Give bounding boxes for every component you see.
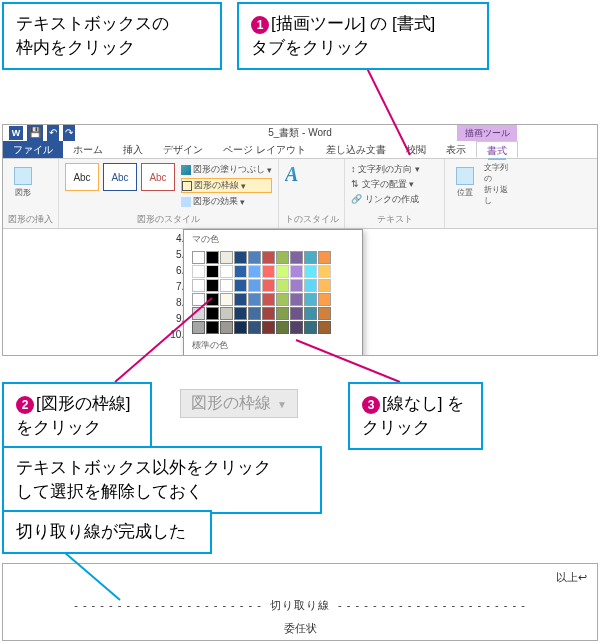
color-swatch[interactable] [248, 321, 261, 334]
color-swatch[interactable] [262, 251, 275, 264]
color-swatch[interactable] [262, 307, 275, 320]
color-swatch[interactable] [290, 321, 303, 334]
color-swatch[interactable] [234, 321, 247, 334]
color-swatch[interactable] [276, 251, 289, 264]
tab-design[interactable]: デザイン [153, 141, 213, 158]
color-swatch[interactable] [192, 307, 205, 320]
tab-review[interactable]: 校閲 [396, 141, 436, 158]
color-swatch[interactable] [206, 321, 219, 334]
color-swatch[interactable] [248, 307, 261, 320]
color-swatch[interactable] [290, 279, 303, 292]
style-sample[interactable]: Abc [141, 163, 175, 191]
standard-color-row[interactable] [184, 355, 362, 356]
color-swatch[interactable] [234, 251, 247, 264]
color-swatch[interactable] [318, 293, 331, 306]
color-swatch[interactable] [220, 293, 233, 306]
qat-redo-icon[interactable]: ↷ [63, 125, 75, 141]
qat-save-icon[interactable]: 💾 [27, 125, 43, 141]
color-swatch[interactable] [262, 321, 275, 334]
color-swatch[interactable] [318, 307, 331, 320]
color-swatch[interactable] [304, 293, 317, 306]
tab-insert[interactable]: 挿入 [113, 141, 153, 158]
tab-format[interactable]: 書式 [476, 141, 518, 158]
qat-undo-icon[interactable]: ↶ [47, 125, 59, 141]
tab-home[interactable]: ホーム [63, 141, 113, 158]
color-swatch[interactable] [206, 293, 219, 306]
shape-effects-button[interactable]: 図形の効果 ▾ [181, 195, 272, 208]
wordart-sample-icon[interactable]: A [285, 163, 338, 186]
color-swatch[interactable] [262, 279, 275, 292]
tab-references[interactable]: 差し込み文書 [316, 141, 396, 158]
color-swatch[interactable] [318, 321, 331, 334]
step-number-1: 1 [251, 16, 269, 34]
ribbon-group-text: ↕ 文字列の方向 ▾ ⇅ 文字の配置 ▾ 🔗 リンクの作成 テキスト [345, 159, 445, 228]
color-swatch[interactable] [304, 279, 317, 292]
color-swatch[interactable] [304, 265, 317, 278]
color-swatch[interactable] [304, 321, 317, 334]
color-swatch[interactable] [276, 321, 289, 334]
color-swatch[interactable] [290, 307, 303, 320]
color-swatch[interactable] [276, 265, 289, 278]
color-swatch[interactable] [248, 279, 261, 292]
color-swatch[interactable] [192, 265, 205, 278]
color-swatch[interactable] [220, 265, 233, 278]
color-swatch[interactable] [220, 321, 233, 334]
color-swatch[interactable] [206, 251, 219, 264]
color-swatch[interactable] [248, 251, 261, 264]
callout-step-2: 2[図形の枠線] をクリック [2, 382, 152, 450]
color-swatch[interactable] [318, 251, 331, 264]
shape-style-gallery[interactable]: Abc Abc Abc [65, 163, 175, 208]
cut-line: - - - - - - - - - - - - - - - - - - - - … [13, 598, 587, 613]
color-swatch[interactable] [290, 251, 303, 264]
color-swatch[interactable] [192, 251, 205, 264]
callout-step-1: 1[描画ツール] の [書式] タブをクリック [237, 2, 489, 70]
color-swatch[interactable] [248, 293, 261, 306]
shape-outline-button[interactable]: 図形の枠線 ▾ [181, 178, 272, 193]
style-sample[interactable]: Abc [65, 163, 99, 191]
color-swatch[interactable] [262, 293, 275, 306]
callout-text: [描画ツール] の [書式] タブをクリック [251, 14, 435, 57]
align-text-button[interactable]: ⇅ 文字の配置 ▾ [351, 178, 438, 191]
color-swatch[interactable] [220, 307, 233, 320]
color-swatch[interactable] [234, 307, 247, 320]
dropdown-section-standard: 標準の色 [184, 336, 362, 355]
color-swatch[interactable] [192, 279, 205, 292]
color-swatch[interactable] [234, 293, 247, 306]
quick-access-toolbar[interactable]: W 💾 ↶ ↷ [3, 125, 75, 141]
theme-color-grid[interactable] [184, 249, 362, 336]
create-link-button[interactable]: 🔗 リンクの作成 [351, 193, 438, 206]
step-number-3: 3 [362, 396, 380, 414]
window-title: 5_書類 - Word [268, 125, 332, 141]
position-button[interactable]: 位置 [451, 163, 479, 201]
color-swatch[interactable] [304, 251, 317, 264]
color-swatch[interactable] [318, 279, 331, 292]
wrap-text-button[interactable]: 文字列の 折り返し [483, 163, 511, 201]
color-swatch[interactable] [220, 251, 233, 264]
text-direction-button[interactable]: ↕ 文字列の方向 ▾ [351, 163, 438, 176]
color-swatch[interactable] [248, 265, 261, 278]
style-sample[interactable]: Abc [103, 163, 137, 191]
color-swatch[interactable] [304, 307, 317, 320]
shapes-button[interactable]: 図形 [9, 163, 37, 201]
tab-layout[interactable]: ページ レイアウト [213, 141, 316, 158]
color-swatch[interactable] [290, 293, 303, 306]
color-swatch[interactable] [192, 293, 205, 306]
color-swatch[interactable] [276, 307, 289, 320]
color-swatch[interactable] [276, 279, 289, 292]
shape-fill-button[interactable]: 図形の塗りつぶし ▾ [181, 163, 272, 176]
color-swatch[interactable] [206, 307, 219, 320]
color-swatch[interactable] [276, 293, 289, 306]
color-swatch[interactable] [318, 265, 331, 278]
color-swatch[interactable] [220, 279, 233, 292]
color-swatch[interactable] [290, 265, 303, 278]
tab-file[interactable]: ファイル [3, 141, 63, 158]
ribbon-group-wordart: A トのスタイル [279, 159, 345, 228]
color-swatch[interactable] [192, 321, 205, 334]
color-swatch[interactable] [234, 279, 247, 292]
color-swatch[interactable] [234, 265, 247, 278]
tab-view[interactable]: 表示 [436, 141, 476, 158]
color-swatch[interactable] [206, 279, 219, 292]
color-swatch[interactable] [262, 265, 275, 278]
color-swatch[interactable] [206, 265, 219, 278]
group-label: 図形の挿入 [3, 213, 58, 226]
